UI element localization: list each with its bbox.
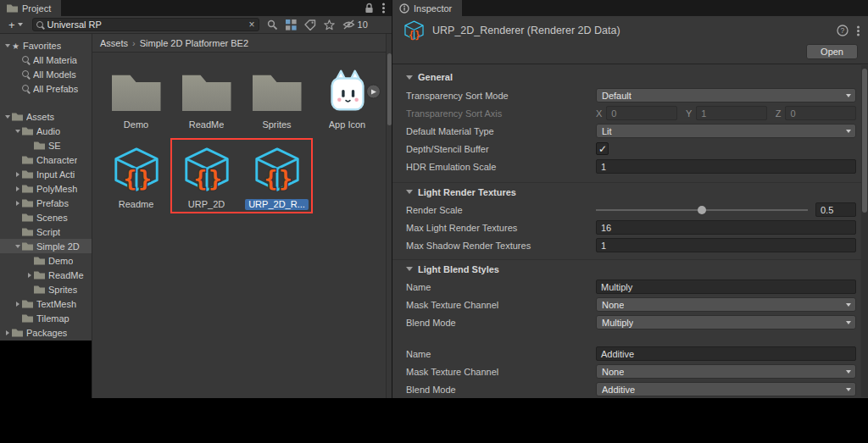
asset-demo-folder[interactable]: Demo [103, 64, 169, 130]
foldout-icon[interactable] [3, 330, 12, 335]
section-light-render-textures[interactable]: Light Render Textures [392, 182, 868, 201]
play-preview-button[interactable] [366, 85, 381, 99]
row-style2-blend-mode: Blend Mode Additive [392, 380, 868, 398]
tree-item-se[interactable]: SE [0, 138, 92, 152]
slider-thumb[interactable] [698, 206, 706, 214]
foldout-icon[interactable] [13, 302, 22, 307]
asset-urp-2d-renderer[interactable]: URP_2D_R... [244, 144, 309, 210]
lock-icon[interactable] [364, 3, 374, 14]
inspector-scrollbar[interactable] [861, 65, 868, 397]
foldout-icon[interactable] [3, 44, 12, 47]
foldout-icon[interactable] [13, 245, 22, 248]
tree-item-textmesh[interactable]: TextMesh [0, 296, 92, 311]
foldout-icon[interactable] [406, 190, 413, 194]
foldout-icon[interactable] [13, 172, 22, 177]
project-search-box[interactable]: × [32, 18, 259, 31]
saved-search-icon[interactable] [267, 19, 278, 30]
asset-readme-data[interactable]: Readme [103, 144, 169, 210]
tree-item-sprites[interactable]: Sprites [0, 282, 92, 296]
folder-icon [22, 242, 33, 251]
folder-icon [22, 185, 33, 193]
create-asset-button[interactable]: + [5, 19, 26, 30]
project-content-area: Assets › Simple 2D Platformer BE2 Demo R… [92, 34, 386, 398]
tree-item-audio[interactable]: Audio [0, 124, 92, 138]
search-by-type-icon[interactable] [286, 19, 297, 30]
foldout-icon[interactable] [13, 130, 22, 133]
style2-mask-channel-dropdown[interactable]: None [596, 364, 856, 379]
tree-item-input-actions[interactable]: Input Acti [0, 167, 92, 181]
window-menu-icon[interactable] [382, 7, 385, 9]
breadcrumb-current[interactable]: Simple 2D Platformer BE2 [140, 38, 248, 48]
open-button[interactable]: Open [806, 44, 858, 59]
eye-slash-icon [342, 19, 355, 30]
render-scale-field[interactable]: 0.5 [815, 202, 856, 217]
asset-sprites-folder[interactable]: Sprites [244, 64, 309, 130]
chevron-down-icon [846, 130, 851, 133]
search-input[interactable] [47, 19, 246, 30]
tree-item-demo[interactable]: Demo [0, 253, 92, 268]
transparency-sort-mode-dropdown[interactable]: Default [596, 88, 856, 102]
style1-blend-mode-dropdown[interactable]: Multiply [596, 315, 856, 329]
hidden-object-count[interactable]: 10 [342, 19, 368, 30]
row-style2-mask-texture-channel: Mask Texture Channel None [392, 363, 868, 380]
tree-item-packages[interactable]: Packages [0, 325, 92, 340]
foldout-icon[interactable] [25, 273, 34, 278]
folder-icon [22, 213, 33, 222]
tree-item-tilemap[interactable]: Tilemap [0, 311, 92, 325]
style2-blend-mode-dropdown[interactable]: Additive [596, 382, 856, 396]
save-search-star-icon[interactable] [324, 19, 335, 30]
tree-item-all-models[interactable]: All Models [0, 67, 92, 81]
style2-name-field[interactable]: Additive [596, 346, 856, 361]
folder-icon [22, 300, 33, 308]
row-style2-name: Name Additive [392, 345, 868, 363]
row-hdr-emulation-scale: HDR Emulation Scale 1 [392, 158, 868, 175]
section-general[interactable]: General [392, 68, 868, 86]
project-scrollbar[interactable] [386, 34, 392, 398]
tree-item-prefabs[interactable]: Prefabs [0, 196, 92, 210]
asset-app-icon-sprite[interactable]: App Icon [314, 64, 380, 130]
scrollbar-thumb[interactable] [862, 69, 867, 213]
search-by-label-icon[interactable] [304, 19, 316, 30]
render-scale-slider[interactable] [596, 205, 808, 215]
tab-inspector[interactable]: Inspector [392, 0, 462, 16]
tree-item-all-prefabs[interactable]: All Prefabs [0, 81, 92, 96]
inspector-tabbar: Inspector [392, 0, 868, 16]
folder-icon [34, 285, 45, 294]
folder-icon [12, 329, 23, 337]
foldout-icon[interactable] [13, 201, 22, 206]
style1-name-field[interactable]: Multiply [596, 280, 856, 294]
tree-item-character[interactable]: Character [0, 152, 92, 167]
max-light-render-textures-field[interactable]: 16 [596, 220, 856, 235]
chevron-down-icon [846, 370, 851, 374]
context-menu-icon[interactable] [857, 30, 860, 32]
depth-stencil-checkbox[interactable] [596, 142, 609, 155]
foldout-icon[interactable] [3, 115, 12, 119]
tree-item-favorites[interactable]: Favorites [0, 38, 92, 53]
sort-axis-z-field: 0 [785, 106, 856, 120]
tree-item-polymesh[interactable]: PolyMesh [0, 181, 92, 196]
help-icon[interactable]: ? [837, 25, 849, 36]
sort-axis-y-field: 1 [696, 106, 767, 120]
asset-readme-folder[interactable]: ReadMe [174, 64, 239, 130]
asset-urp-2d[interactable]: URP_2D [174, 144, 239, 210]
tree-item-scenes[interactable]: Scenes [0, 210, 92, 224]
project-toolbar: + × [0, 16, 392, 34]
search-icon [22, 85, 30, 92]
tab-project[interactable]: Project [0, 0, 61, 16]
max-shadow-render-textures-field[interactable]: 1 [596, 238, 856, 252]
default-material-type-dropdown[interactable]: Lit [596, 124, 856, 138]
clear-search-icon[interactable]: × [249, 19, 255, 30]
style1-mask-channel-dropdown[interactable]: None [596, 297, 856, 312]
foldout-icon[interactable] [13, 186, 22, 191]
tree-item-assets[interactable]: Assets [0, 109, 92, 124]
breadcrumb-root[interactable]: Assets [100, 38, 128, 48]
asset-grid: Demo ReadMe Sprites App Icon [92, 53, 386, 210]
tree-item-all-materials[interactable]: All Materia [0, 53, 92, 67]
tree-item-simple-2d[interactable]: Simple 2D [0, 239, 92, 253]
tree-item-script[interactable]: Script [0, 224, 92, 239]
section-light-blend-styles[interactable]: Light Blend Styles [392, 259, 868, 278]
hdr-emulation-scale-field[interactable]: 1 [596, 159, 856, 174]
foldout-icon[interactable] [406, 267, 413, 271]
foldout-icon[interactable] [406, 75, 413, 80]
tree-item-readme[interactable]: ReadMe [0, 268, 92, 282]
